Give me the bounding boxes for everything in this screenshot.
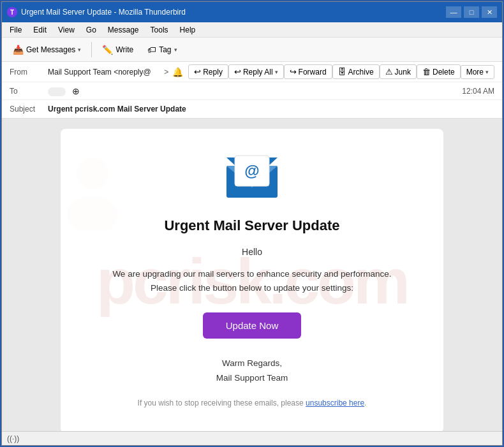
to-row: To ⊕ 12:04 AM — [2, 82, 502, 100]
menu-go[interactable]: Go — [81, 24, 101, 36]
to-expand-icon[interactable]: ⊕ — [72, 86, 80, 96]
email-heading: Urgent Mail Server Update — [99, 217, 405, 234]
from-label: From — [10, 68, 48, 77]
from-value: Mail Support Team <noreply@ — [48, 68, 160, 77]
delete-button[interactable]: 🗑 Delete — [417, 64, 461, 79]
minimize-button[interactable]: — — [446, 6, 461, 18]
forward-icon: ↪ — [290, 67, 297, 77]
menu-bar: File Edit View Go Message Tools Help — [2, 22, 502, 38]
subject-label: Subject — [10, 105, 48, 114]
email-content-card: pcrisk.com — [61, 129, 443, 431]
get-messages-arrow: ▾ — [78, 47, 81, 53]
reply-all-button[interactable]: ↩ Reply All ▾ — [228, 64, 284, 79]
get-messages-icon: 📥 — [13, 45, 24, 55]
maximize-button[interactable]: □ — [464, 6, 479, 18]
warm-regards: Warm Regards, Mail Support Team — [99, 356, 405, 386]
unsubscribe-notice: If you wish to stop receiving these emai… — [99, 399, 405, 407]
menu-tools[interactable]: Tools — [145, 24, 174, 36]
menu-edit[interactable]: Edit — [28, 24, 52, 36]
menu-view[interactable]: View — [53, 24, 80, 36]
reply-button[interactable]: ↩ Reply — [188, 64, 228, 79]
write-label: Write — [115, 45, 133, 54]
junk-icon: ⚠ — [385, 67, 393, 77]
email-icon-wrap: @ — [99, 154, 405, 202]
tag-button[interactable]: 🏷 Tag ▾ — [142, 41, 182, 58]
junk-label: Junk — [395, 68, 411, 77]
menu-file[interactable]: File — [4, 24, 27, 36]
menu-help[interactable]: Help — [175, 24, 201, 36]
email-body-area: pcrisk.com — [2, 119, 502, 431]
archive-icon: 🗄 — [338, 67, 346, 77]
title-bar: T Urgent Mail Server Update - Mozilla Th… — [2, 2, 502, 22]
subject-row: Subject Urgent pcrisk.com Mail Server Up… — [2, 100, 502, 118]
subject-value: Urgent pcrisk.com Mail Server Update — [48, 105, 494, 114]
app-icon: T — [7, 7, 17, 17]
reply-icon: ↩ — [194, 67, 201, 77]
email-inner: @ Urgent Mail Server Update Hello We are… — [99, 154, 405, 407]
email-hello: Hello — [99, 247, 405, 257]
write-icon: ✏️ — [102, 45, 113, 55]
app-window: T Urgent Mail Server Update - Mozilla Th… — [1, 1, 503, 446]
reply-label: Reply — [203, 68, 223, 77]
email-body-text: We are upgrading our mail servers to enh… — [99, 267, 405, 295]
reply-all-arrow: ▾ — [275, 69, 278, 75]
write-button[interactable]: ✏️ Write — [96, 41, 139, 58]
archive-label: Archive — [348, 68, 374, 77]
get-messages-label: Get Messages — [26, 45, 75, 54]
tag-icon: 🏷 — [147, 45, 156, 55]
delete-label: Delete — [433, 68, 455, 77]
forward-label: Forward — [299, 68, 327, 77]
sender-info-icon[interactable]: 🔔 — [172, 67, 183, 77]
email-time: 12:04 AM — [462, 87, 494, 96]
junk-button[interactable]: ⚠ Junk — [380, 64, 417, 79]
forward-button[interactable]: ↪ Forward — [284, 64, 332, 79]
window-title: Urgent Mail Server Update - Mozilla Thun… — [21, 8, 442, 17]
more-arrow: ▾ — [485, 69, 489, 75]
more-button[interactable]: More ▾ — [461, 65, 494, 79]
unsubscribe-link[interactable]: unsubscribe here — [306, 399, 364, 407]
close-button[interactable]: ✕ — [482, 6, 497, 18]
from-row: From Mail Support Team <noreply@ > 🔔 ↩ R… — [2, 62, 502, 82]
tag-arrow: ▾ — [174, 47, 177, 53]
archive-button[interactable]: 🗄 Archive — [332, 64, 380, 79]
menu-message[interactable]: Message — [103, 24, 144, 36]
svg-text:@: @ — [244, 162, 259, 179]
to-label: To — [10, 87, 48, 96]
toolbar-separator — [91, 42, 92, 57]
more-label: More — [466, 68, 484, 77]
status-bar: ((·)) — [2, 431, 502, 445]
to-value: ⊕ — [48, 86, 462, 96]
to-recipient-tag — [48, 87, 66, 96]
email-headers: From Mail Support Team <noreply@ > 🔔 ↩ R… — [2, 62, 502, 119]
delete-icon: 🗑 — [422, 67, 431, 77]
reply-all-icon: ↩ — [234, 67, 241, 77]
reply-all-label: Reply All — [243, 68, 273, 77]
window-controls: — □ ✕ — [446, 6, 497, 18]
tag-label: Tag — [159, 45, 171, 54]
forward-arrow: > — [164, 68, 168, 77]
update-now-button[interactable]: Update Now — [203, 312, 302, 339]
status-icon: ((·)) — [7, 434, 19, 443]
main-toolbar: 📥 Get Messages ▾ ✏️ Write 🏷 Tag ▾ — [2, 38, 502, 62]
envelope-icon: @ — [223, 154, 281, 202]
get-messages-button[interactable]: 📥 Get Messages ▾ — [7, 41, 87, 58]
